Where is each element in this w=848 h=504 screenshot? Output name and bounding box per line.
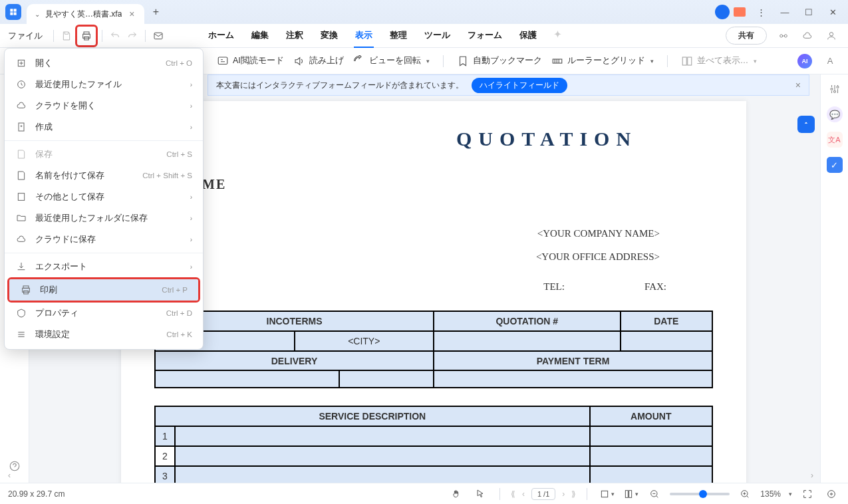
file-menu[interactable]: ファイル xyxy=(8,30,43,42)
close-banner-icon[interactable]: × xyxy=(795,80,801,90)
menu-save-recent-folder[interactable]: 最近使用したフォルダに保存› xyxy=(5,207,203,229)
close-window-button[interactable]: ✕ xyxy=(823,2,843,22)
page-input[interactable]: 1 /1 xyxy=(531,488,555,500)
menu-save: 保存Ctrl + S xyxy=(5,144,203,165)
select-tool-icon[interactable] xyxy=(472,485,489,503)
last-page-icon[interactable]: ⟫ xyxy=(571,489,576,499)
svg-rect-21 xyxy=(18,193,24,201)
auto-bookmark-button[interactable]: 自動ブックマーク xyxy=(457,55,542,67)
save-icon xyxy=(58,27,75,45)
translate-icon[interactable]: 文A xyxy=(827,132,843,148)
quotation-num-cell[interactable] xyxy=(434,331,621,351)
menu-open-cloud[interactable]: クラウドを開く› xyxy=(5,95,203,116)
hand-tool-icon[interactable] xyxy=(448,485,465,503)
row-3-num: 3 xyxy=(155,466,175,483)
menu-print[interactable]: 印刷Ctrl + P xyxy=(9,279,198,301)
settings-icon[interactable] xyxy=(827,81,843,97)
your-address-placeholder[interactable]: <YOUR OFFICE ADDRESS> xyxy=(536,251,660,263)
mail-icon[interactable] xyxy=(150,27,167,45)
notification-flag-icon[interactable] xyxy=(734,7,746,17)
zoom-in-icon[interactable] xyxy=(736,485,754,503)
highlight-fields-button[interactable]: ハイライトフィールド xyxy=(472,78,567,93)
brand-circle-icon[interactable] xyxy=(715,5,730,19)
text-format-icon[interactable]: A xyxy=(821,53,839,70)
service-desc-header: SERVICE DESCRIPTION xyxy=(155,406,590,426)
cloud-icon[interactable] xyxy=(799,27,816,45)
menu-properties[interactable]: プロパティCtrl + D xyxy=(5,303,203,324)
fullscreen-icon[interactable] xyxy=(799,485,816,503)
service-table[interactable]: SERVICE DESCRIPTION AMOUNT 1 2 3 xyxy=(154,406,713,483)
next-page-icon[interactable]: › xyxy=(562,489,565,499)
file-dropdown-menu: 開くCtrl + O 最近使用したファイル› クラウドを開く› 作成› 保存Ct… xyxy=(4,48,204,350)
check-icon[interactable]: ✓ xyxy=(827,157,843,173)
doc-title: QUOTATION xyxy=(380,128,713,150)
new-tab-button[interactable]: + xyxy=(147,3,164,21)
your-company-placeholder[interactable]: <YOUR COMPANY NAME> xyxy=(537,228,660,239)
tab-edit[interactable]: 編集 xyxy=(250,24,270,48)
share-button[interactable]: 共有 xyxy=(726,27,767,45)
user-icon[interactable] xyxy=(823,27,840,45)
row-1-desc[interactable] xyxy=(175,426,590,446)
row-2-amt[interactable] xyxy=(590,446,712,466)
quotation-header-table[interactable]: INCOTERMS QUOTATION # DATE <CITY> DELIVE… xyxy=(154,311,713,372)
menu-save-cloud[interactable]: クラウドに保存› xyxy=(5,229,203,250)
row-1-amt[interactable] xyxy=(590,426,712,446)
tab-organize[interactable]: 整理 xyxy=(388,24,408,48)
tab-comment[interactable]: 注釈 xyxy=(285,24,305,48)
tab-home[interactable]: ホーム xyxy=(207,24,235,48)
ai-badge[interactable]: AI xyxy=(797,54,812,68)
menu-create[interactable]: 作成› xyxy=(5,116,203,138)
svg-point-30 xyxy=(828,490,835,497)
menu-preferences[interactable]: 環境設定Ctrl + K xyxy=(5,324,203,345)
row-3-desc[interactable] xyxy=(175,466,590,483)
close-tab-icon[interactable]: × xyxy=(127,9,136,19)
tab-protect[interactable]: 保護 xyxy=(518,24,538,48)
link-icon[interactable] xyxy=(775,27,792,45)
minimize-button[interactable]: — xyxy=(775,2,795,22)
scroll-left-icons[interactable]: ‹ xyxy=(8,471,11,480)
side-by-side-button[interactable]: 並べて表示…▾ xyxy=(681,55,758,67)
menu-open[interactable]: 開くCtrl + O xyxy=(5,53,203,74)
tts-button[interactable]: 読み上げ xyxy=(293,55,344,67)
ruler-grid-button[interactable]: ルーラーとグリッド▾ xyxy=(551,55,654,67)
row-3-amt[interactable] xyxy=(590,466,712,483)
date-cell[interactable] xyxy=(621,331,712,351)
menu-export[interactable]: エクスポート› xyxy=(5,256,203,277)
menu-save-other[interactable]: その他として保存› xyxy=(5,186,203,207)
svg-point-15 xyxy=(831,88,833,90)
menu-recent-files[interactable]: 最近使用したファイル› xyxy=(5,74,203,95)
prev-page-icon[interactable]: ‹ xyxy=(522,489,525,499)
zoom-slider[interactable] xyxy=(670,493,730,495)
tab-form[interactable]: フォーム xyxy=(466,24,503,48)
chat-ai-icon[interactable]: 💬 xyxy=(827,106,843,122)
fit-page-icon[interactable]: ▾ xyxy=(598,485,615,503)
ai-read-mode-button[interactable]: AI閲読モード xyxy=(217,55,284,67)
menu-save-as[interactable]: 名前を付けて保存Ctrl + Shift + S xyxy=(5,165,203,186)
maximize-button[interactable]: ☐ xyxy=(799,2,819,22)
rotate-view-button[interactable]: ビューを回転▾ xyxy=(353,55,430,67)
document-tab[interactable]: ⌄ 見やすく英…積書.xfa × xyxy=(27,4,144,24)
first-page-icon[interactable]: ⟪ xyxy=(511,489,515,499)
target-icon[interactable] xyxy=(823,485,840,503)
chevron-down-icon: ⌄ xyxy=(35,11,40,18)
row-2-num: 2 xyxy=(155,446,175,466)
tab-convert[interactable]: 変換 xyxy=(319,24,339,48)
zoom-out-icon[interactable] xyxy=(646,485,663,503)
print-button-highlight xyxy=(75,25,98,47)
city-cell[interactable]: <CITY> xyxy=(295,331,434,351)
print-button[interactable] xyxy=(78,27,95,45)
kebab-menu-icon[interactable]: ⋮ xyxy=(751,2,771,22)
tab-tools[interactable]: ツール xyxy=(423,24,452,48)
row-2-desc[interactable] xyxy=(175,446,590,466)
payment-cell[interactable] xyxy=(434,370,712,388)
tab-view[interactable]: 表示 xyxy=(354,24,374,48)
upload-badge-icon[interactable] xyxy=(797,116,815,133)
tab-lightbulb[interactable]: ✦ xyxy=(553,24,563,48)
zoom-value: 135% xyxy=(760,489,781,499)
delivery-cell[interactable] xyxy=(155,370,339,388)
scroll-right-icons[interactable]: › xyxy=(811,471,813,480)
expiry-cell[interactable] xyxy=(339,370,434,388)
delivery-table[interactable]: DELIVERY xyxy=(154,370,713,388)
svg-rect-25 xyxy=(601,491,607,497)
layout-icon[interactable]: ▾ xyxy=(622,485,639,503)
